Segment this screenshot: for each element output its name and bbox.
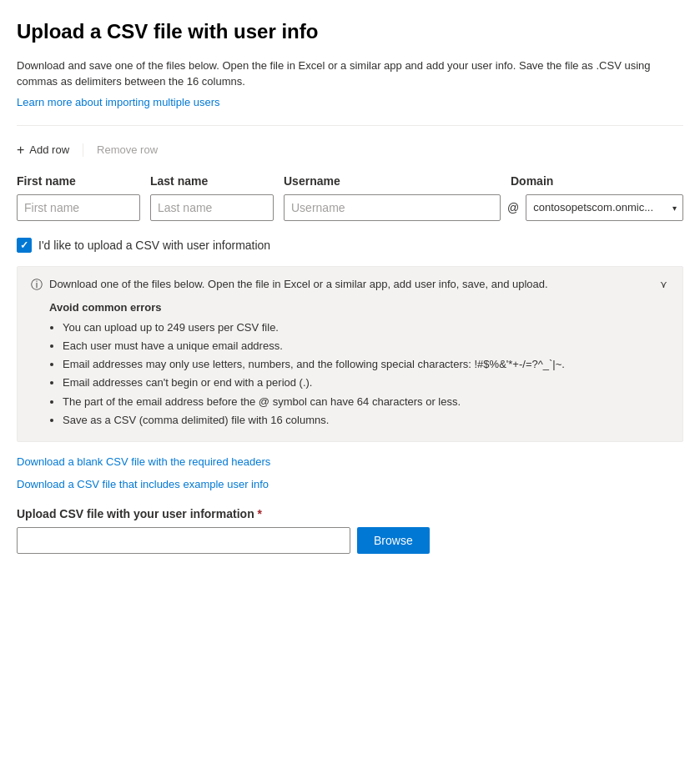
upload-row: Browse bbox=[17, 527, 683, 554]
upload-file-input[interactable] bbox=[17, 527, 350, 554]
remove-row-label: Remove row bbox=[97, 143, 158, 156]
toolbar-separator bbox=[83, 143, 83, 157]
error-section-title: Avoid common errors bbox=[49, 301, 669, 314]
checkmark-icon: ✓ bbox=[20, 240, 28, 250]
add-row-button[interactable]: + Add row bbox=[17, 143, 69, 158]
info-header-left: ⓘ Download one of the files below. Open … bbox=[31, 277, 658, 293]
toolbar: + Add row Remove row bbox=[17, 143, 683, 158]
domain-label: Domain bbox=[511, 174, 683, 188]
page-title: Upload a CSV file with user info bbox=[17, 20, 683, 44]
download-blank-csv-link[interactable]: Download a blank CSV file with the requi… bbox=[17, 455, 683, 468]
download-links-section: Download a blank CSV file with the requi… bbox=[17, 455, 683, 490]
at-symbol: @ bbox=[501, 201, 526, 214]
user-form: First name Last name Username Domain @ c… bbox=[17, 174, 683, 221]
csv-upload-checkbox[interactable]: ✓ bbox=[17, 238, 32, 253]
upload-section: Upload CSV file with your user informati… bbox=[17, 507, 683, 554]
info-circle-icon: ⓘ bbox=[31, 278, 43, 293]
first-name-label: First name bbox=[17, 174, 140, 188]
form-labels-row: First name Last name Username Domain bbox=[17, 174, 683, 188]
info-box: ⓘ Download one of the files below. Open … bbox=[17, 266, 683, 442]
upload-label-text: Upload CSV file with your user informati… bbox=[17, 507, 254, 520]
download-example-csv-link[interactable]: Download a CSV file that includes exampl… bbox=[17, 478, 683, 490]
last-name-label: Last name bbox=[150, 174, 274, 188]
domain-select-wrapper: contosopetscom.onmic... ▾ bbox=[526, 194, 683, 221]
list-item: Save as a CSV (comma delimited) file wit… bbox=[63, 413, 669, 428]
upload-label: Upload CSV file with your user informati… bbox=[17, 507, 683, 520]
browse-button[interactable]: Browse bbox=[357, 527, 430, 554]
collapse-icon[interactable]: ⋎ bbox=[658, 277, 669, 292]
domain-select[interactable]: contosopetscom.onmic... bbox=[526, 194, 683, 221]
first-name-field-wrapper bbox=[17, 194, 140, 221]
list-item: The part of the email address before the… bbox=[63, 395, 669, 410]
list-item: Email addresses may only use letters, nu… bbox=[63, 357, 669, 372]
info-description-text: Download one of the files below. Open th… bbox=[49, 277, 548, 292]
first-name-input[interactable] bbox=[17, 194, 140, 221]
last-name-input[interactable] bbox=[150, 194, 274, 221]
list-item: You can upload up to 249 users per CSV f… bbox=[63, 320, 669, 335]
csv-upload-checkbox-label: I'd like to upload a CSV with user infor… bbox=[38, 239, 270, 252]
list-item: Email addresses can't begin or end with … bbox=[63, 375, 669, 390]
description-text: Download and save one of the files below… bbox=[17, 58, 683, 90]
plus-icon: + bbox=[17, 143, 24, 158]
remove-row-button[interactable]: Remove row bbox=[97, 143, 158, 156]
learn-more-link[interactable]: Learn more about importing multiple user… bbox=[17, 96, 220, 108]
form-inputs-row: @ contosopetscom.onmic... ▾ bbox=[17, 194, 683, 221]
section-divider bbox=[17, 125, 683, 126]
add-row-label: Add row bbox=[29, 143, 69, 156]
csv-upload-checkbox-section: ✓ I'd like to upload a CSV with user inf… bbox=[17, 238, 683, 253]
username-input[interactable] bbox=[284, 194, 501, 221]
username-label: Username bbox=[284, 174, 501, 188]
last-name-field-wrapper bbox=[150, 194, 274, 221]
username-field-wrapper bbox=[284, 194, 501, 221]
required-indicator: * bbox=[258, 507, 262, 520]
info-header: ⓘ Download one of the files below. Open … bbox=[31, 277, 669, 293]
list-item: Each user must have a unique email addre… bbox=[63, 339, 669, 354]
error-list: You can upload up to 249 users per CSV f… bbox=[63, 320, 669, 428]
